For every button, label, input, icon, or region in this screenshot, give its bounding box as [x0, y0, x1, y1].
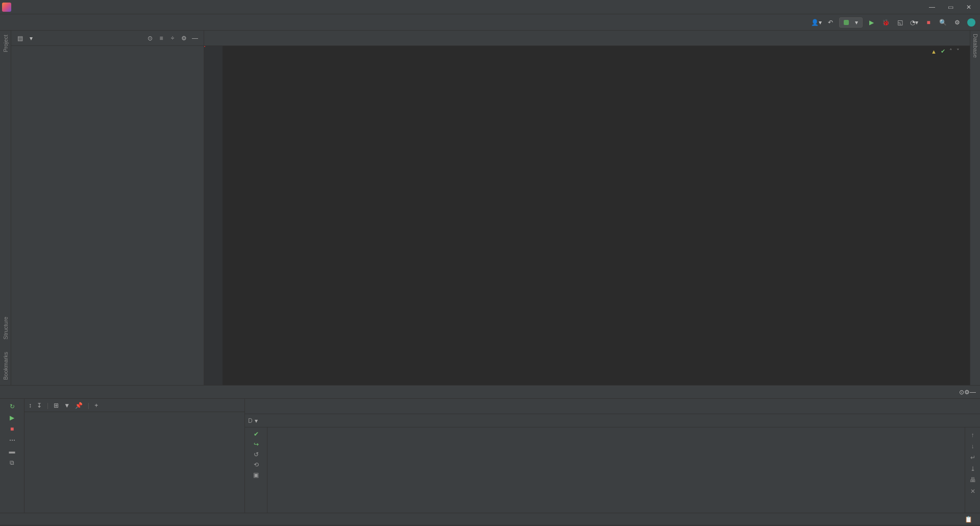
minimize-button[interactable]: — — [926, 4, 938, 11]
bottom-tool-bar: 📋 — [0, 513, 980, 525]
services-tree[interactable] — [24, 412, 244, 513]
project-panel: ▤ ▾ ⊙ ≡ ÷ ⚙ — — [11, 31, 204, 385]
panel-settings-icon[interactable]: ⚙ — [178, 35, 189, 42]
structure-tool-button[interactable]: Structure — [3, 317, 9, 340]
editor-code[interactable] — [223, 46, 970, 385]
services-action-strip: ↻ ▶ ■ ⋯ ▬ ⧉ — [0, 399, 24, 513]
maximize-button[interactable]: ▭ — [944, 4, 957, 11]
scroll-to-end-icon[interactable]: ⤓ — [970, 465, 975, 472]
console-reload-icon[interactable]: ↺ — [254, 451, 259, 458]
inspection-widget[interactable]: ▲ ✔ ˄˅ — [931, 48, 960, 55]
expand-all-icon[interactable]: ≡ — [156, 35, 167, 42]
add-config-icon[interactable]: 👤▾ — [811, 17, 822, 28]
add-service-icon[interactable]: + — [94, 402, 98, 409]
console-run-icon[interactable]: ↪ — [254, 441, 259, 448]
database-tool-button[interactable]: Database — [972, 34, 978, 58]
settings-button[interactable]: ⚙ — [951, 17, 963, 28]
run-button[interactable]: ▶ — [866, 17, 877, 28]
console-ok-icon[interactable]: ✔ — [254, 431, 259, 438]
services-tree-icon[interactable]: ⧉ — [10, 459, 14, 466]
app-icon — [2, 3, 11, 12]
services-rerun-icon[interactable]: ▶ — [10, 414, 14, 421]
services-settings-icon[interactable]: ⚙ — [964, 389, 970, 396]
services-locate-icon[interactable]: ⊙ — [959, 389, 964, 396]
soft-wrap-icon[interactable]: ↵ — [970, 454, 975, 461]
console-copy-icon[interactable]: ▣ — [253, 471, 259, 479]
deploy-dropdown-icon[interactable]: ▾ — [255, 417, 258, 424]
stop-button[interactable]: ■ — [923, 17, 934, 28]
server-tabs — [245, 399, 980, 414]
clear-icon[interactable]: ✕ — [970, 488, 975, 495]
console-action-strip: ✔ ↪ ↺ ⟲ ▣ — [245, 427, 267, 513]
console-side-strip: ↑ ↓ ↵ ⤓ 🖶 ✕ — [965, 427, 980, 513]
profile-button[interactable]: ◔▾ — [909, 17, 920, 28]
print-icon[interactable]: 🖶 — [970, 476, 976, 484]
bookmarks-tool-button[interactable]: Bookmarks — [3, 352, 9, 380]
pin-icon[interactable]: 📌 — [75, 402, 83, 409]
console-refresh-icon[interactable]: ⟲ — [254, 461, 259, 468]
services-hide-icon[interactable]: — — [970, 389, 976, 396]
avatar-icon[interactable] — [966, 17, 977, 28]
editor-gutter — [204, 46, 223, 385]
scroll-down-icon[interactable]: ↓ — [971, 443, 974, 450]
group-icon[interactable]: ⊞ — [54, 402, 59, 409]
collapse-all-icon[interactable]: ÷ — [167, 35, 178, 42]
console-output[interactable] — [267, 427, 965, 513]
svg-point-0 — [967, 18, 975, 27]
nav-bar: 👤▾ ↶ ▾ ▶ 🐞 ◱ ◔▾ ■ 🔍 ⚙ — [0, 14, 980, 31]
services-toolbar: ↕ ↧ | ⊞ ▼ 📌 | + — [24, 399, 244, 412]
run-config-selector[interactable]: ▾ — [839, 17, 863, 28]
scroll-up-icon[interactable]: ↑ — [971, 432, 974, 439]
right-tool-strip: Database — [970, 31, 980, 385]
project-view-icon[interactable]: ▤ — [14, 35, 26, 42]
project-tree[interactable] — [11, 46, 204, 385]
close-button[interactable]: ✕ — [963, 4, 975, 11]
coverage-button[interactable]: ◱ — [894, 17, 905, 28]
services-run-icon[interactable]: ↻ — [10, 403, 15, 410]
search-button[interactable]: 🔍 — [937, 17, 948, 28]
left-tool-strip: Project Structure Bookmarks — [0, 31, 11, 385]
services-more-icon[interactable]: ⋯ — [9, 437, 15, 444]
services-stop-icon[interactable]: ■ — [10, 425, 14, 433]
select-opened-file-icon[interactable]: ⊙ — [144, 35, 156, 42]
editor-tabs — [204, 31, 970, 46]
event-log-button[interactable]: 📋 — [965, 516, 975, 523]
services-filter-icon[interactable]: ▬ — [9, 448, 15, 455]
filter-icon[interactable]: ▼ — [64, 402, 70, 409]
project-tool-button[interactable]: Project — [3, 35, 9, 52]
expand-icon[interactable]: ↕ — [29, 402, 32, 409]
debug-button[interactable]: 🐞 — [880, 17, 891, 28]
back-icon[interactable]: ↶ — [825, 17, 836, 28]
hide-panel-icon[interactable]: — — [189, 35, 201, 42]
services-panel: ⊙ ⚙ — ↻ ▶ ■ ⋯ ▬ ⧉ ↕ ↧ | ⊞ ▼ 📌 | + — [0, 385, 980, 513]
editor-area: ▲ ✔ ˄˅ — [204, 31, 970, 385]
menu-bar: — ▭ ✕ — [0, 0, 980, 14]
deploy-prev-icon[interactable]: D — [248, 417, 253, 424]
collapse-icon[interactable]: ↧ — [37, 402, 42, 409]
